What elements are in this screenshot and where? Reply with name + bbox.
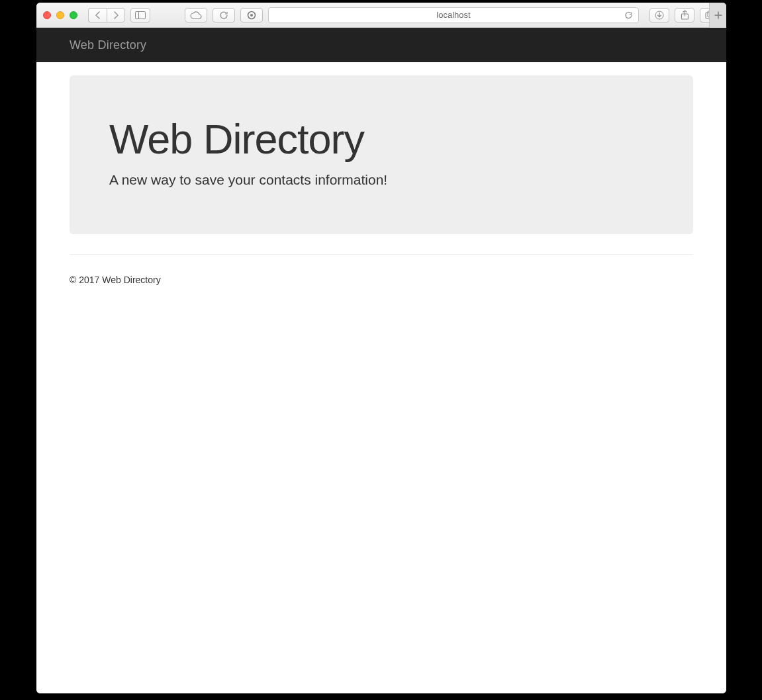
share-icon <box>681 10 689 20</box>
close-window-button[interactable] <box>43 11 51 19</box>
cloud-icon <box>190 11 202 19</box>
chevron-left-icon <box>95 11 101 19</box>
reload-icon <box>624 11 633 19</box>
reload-button[interactable] <box>624 11 633 19</box>
footer-separator <box>70 254 693 255</box>
browser-titlebar: localhost <box>36 3 726 28</box>
reader-icon <box>247 11 256 20</box>
sidebar-icon <box>135 11 146 19</box>
new-tab-button[interactable] <box>709 3 726 28</box>
window-controls <box>43 11 77 19</box>
browser-window: localhost Web Directory Web <box>36 3 726 693</box>
reader-button[interactable] <box>240 8 263 22</box>
sync-icon <box>219 11 228 20</box>
download-icon <box>655 11 664 20</box>
address-bar[interactable]: localhost <box>268 7 639 23</box>
hero-title: Web Directory <box>109 115 653 163</box>
plus-icon <box>714 11 722 19</box>
share-button[interactable] <box>675 8 694 22</box>
sidebar-toggle-button[interactable] <box>130 8 150 22</box>
site-navbar: Web Directory <box>36 28 726 62</box>
svg-rect-0 <box>136 11 146 19</box>
footer-copyright: © 2017 Web Directory <box>70 275 693 298</box>
page-container: Web Directory A new way to save your con… <box>36 62 726 318</box>
address-bar-text: localhost <box>436 10 470 20</box>
page-viewport: Web Directory Web Directory A new way to… <box>36 28 726 693</box>
hero-jumbotron: Web Directory A new way to save your con… <box>70 75 693 234</box>
forward-button[interactable] <box>107 8 125 22</box>
icloud-tabs-button[interactable] <box>185 8 207 22</box>
fullscreen-window-button[interactable] <box>70 11 77 19</box>
navbar-brand[interactable]: Web Directory <box>70 38 146 52</box>
minimize-window-button[interactable] <box>56 11 64 19</box>
hero-subtitle: A new way to save your contacts informat… <box>109 172 653 188</box>
svg-point-3 <box>250 14 253 17</box>
back-button[interactable] <box>88 8 107 22</box>
downloads-button[interactable] <box>649 8 669 22</box>
nav-back-forward <box>88 8 125 22</box>
sync-button[interactable] <box>213 8 235 22</box>
chevron-right-icon <box>113 11 119 19</box>
